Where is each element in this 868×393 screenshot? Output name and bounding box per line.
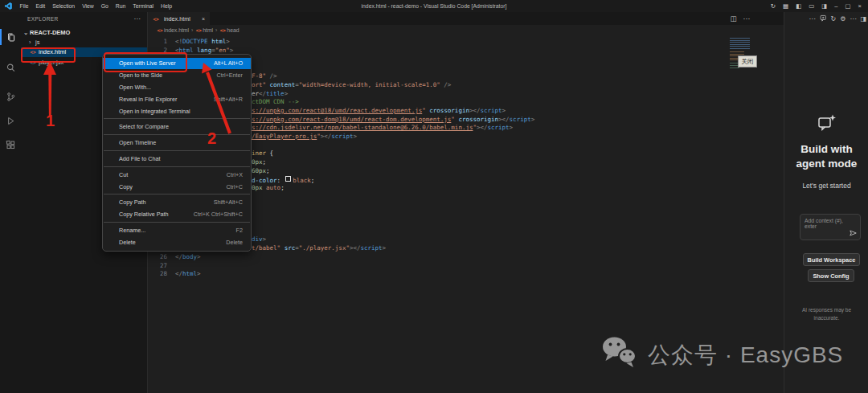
toggle-panel-icon[interactable]: ▭ <box>809 0 814 12</box>
menu-item-copy-path[interactable]: Copy PathShift+Alt+C <box>103 196 251 208</box>
copilot-chat-icon <box>817 121 837 135</box>
window-title: index.html - react-demo - Visual Studio … <box>241 3 627 9</box>
code-line-18: 0px auto; <box>252 184 285 193</box>
sidebar-item-react-demo[interactable]: ⌄ REACT-DEMO <box>21 27 147 37</box>
menubar-item-view[interactable]: View <box>79 3 98 9</box>
chat-input[interactable]: Add context (#), exter <box>800 214 861 240</box>
split-editor-icon[interactable]: ◫ <box>730 14 736 23</box>
menu-item-select-for-compare[interactable]: Select for Compare <box>103 121 251 133</box>
code-line-10: s://unpkg.com/react-dom@18/umd/react-dom… <box>252 116 534 125</box>
menu-item-open-in-integrated-terminal[interactable]: Open in Integrated Terminal <box>103 105 251 117</box>
line-number: 27 <box>149 262 167 271</box>
menubar-item-go[interactable]: Go <box>97 3 112 9</box>
code-line-16: 60px; <box>252 167 270 176</box>
gear-icon[interactable]: ⚙ <box>840 15 845 23</box>
vscode-logo-icon <box>5 2 12 10</box>
chat-subtitle: Let's get started <box>784 182 868 190</box>
title-bar: FileEditSelectionViewGoRunTerminalHelp i… <box>0 0 868 12</box>
code-line-15: 0px; <box>252 158 266 167</box>
editor-more-icon[interactable]: ⋯ <box>743 14 751 23</box>
watermark: 公众号 · EasyGBS <box>601 336 843 374</box>
chat-more-icon[interactable]: ⋯ <box>809 15 816 23</box>
chat-panel-icon[interactable]: ◨ <box>860 15 866 23</box>
chat-overflow-icon[interactable]: ⋯ <box>850 15 856 23</box>
restore-button[interactable]: ▢ <box>845 0 851 12</box>
menu-item-add-file-to-chat[interactable]: Add File to Chat <box>103 153 251 165</box>
code-line-5: F-8" /> <box>252 72 277 81</box>
new-chat-icon[interactable] <box>820 14 827 23</box>
code-line-11: s://cdn.jsdelivr.net/npm/babel-standalon… <box>252 124 513 133</box>
menu-item-cut[interactable]: CutCtrl+X <box>103 169 251 181</box>
tab-bar: <> index.html × ◫ ⋯ <box>147 12 784 26</box>
send-icon[interactable] <box>850 230 857 237</box>
code-line-28: </html> <box>175 270 201 279</box>
menu-item-open-to-the-side[interactable]: Open to the SideCtrl+Enter <box>103 69 251 81</box>
menu-item-delete[interactable]: DeleteDelete <box>103 236 251 248</box>
toggle-sidebar-icon[interactable]: ◧ <box>796 0 801 12</box>
chat-history-icon[interactable]: ↻ <box>831 15 837 23</box>
code-line-9: s://unpkg.com/react@18/umd/react.develop… <box>252 107 506 116</box>
breadcrumb[interactable]: <>index.html›<>html›<>head <box>147 25 793 35</box>
line-number: 28 <box>149 270 167 279</box>
code-line-7: er</title> <box>252 90 288 99</box>
close-button[interactable]: × <box>858 0 862 12</box>
code-line-25: t/babel" src="./player.jsx"></script> <box>252 244 386 253</box>
explorer-icon[interactable] <box>0 27 21 47</box>
toggle-secondary-sidebar-icon[interactable]: ◨ <box>821 0 827 12</box>
menu-item-rename-[interactable]: Rename...F2 <box>103 224 251 236</box>
tab-close-icon[interactable]: × <box>202 16 205 22</box>
search-icon[interactable] <box>0 57 21 78</box>
wechat-icon <box>601 336 638 374</box>
tab-index-html[interactable]: <> index.html × <box>147 12 210 25</box>
minimap-overlay-badge[interactable]: 关闭 <box>738 55 757 68</box>
chat-input-placeholder: Add context (#), exter <box>805 218 843 229</box>
html-file-icon: <> <box>152 16 160 22</box>
activity-bar <box>0 12 22 393</box>
code-line-8: ctDOM CDN --> <box>252 98 299 107</box>
code-line-17: d-color: black; <box>252 176 314 185</box>
code-line-1: <!DOCTYPE html> <box>175 38 230 47</box>
source-control-icon[interactable] <box>0 86 21 107</box>
sidebar-item-js[interactable]: ›js <box>21 37 147 47</box>
menubar-item-edit[interactable]: Edit <box>32 3 49 9</box>
menu-item-copy-relative-path[interactable]: Copy Relative PathCtrl+K Ctrl+Shift+C <box>103 208 251 220</box>
minimize-button[interactable]: – <box>834 0 837 12</box>
chevron-down-icon: ⌄ <box>23 29 30 36</box>
run-debug-icon[interactable] <box>0 110 21 131</box>
build-workspace-button[interactable]: Build Workspace <box>803 253 860 266</box>
show-config-button[interactable]: Show Config <box>808 269 854 282</box>
menu-item-copy[interactable]: CopyCtrl+C <box>103 181 251 193</box>
menubar-item-run[interactable]: Run <box>112 3 129 9</box>
context-menu: Open with Live ServerAlt+L Alt+OOpen to … <box>102 54 252 252</box>
menubar-item-help[interactable]: Help <box>157 3 175 9</box>
menu-item-open-with-live-server[interactable]: Open with Live ServerAlt+L Alt+O <box>103 58 251 70</box>
code-line-12: /EasyPlayer-pro.js"></script> <box>252 133 357 141</box>
menubar-item-terminal[interactable]: Terminal <box>129 3 158 9</box>
menubar-item-selection[interactable]: Selection <box>49 3 79 9</box>
vscode-window: FileEditSelectionViewGoRunTerminalHelp i… <box>0 0 868 393</box>
explorer-header: EXPLORER <box>27 16 59 22</box>
ai-disclaimer: AI responses may be inaccurate. <box>791 306 862 322</box>
menu-item-reveal-in-file-explorer[interactable]: Reveal in File ExplorerShift+Alt+R <box>103 93 251 105</box>
watermark-text: 公众号 · EasyGBS <box>648 340 843 370</box>
extensions-icon[interactable] <box>0 134 21 155</box>
menubar-item-file[interactable]: File <box>16 3 32 9</box>
menubar-items: FileEditSelectionViewGoRunTerminalHelp <box>16 3 175 9</box>
menu-item-open-timeline[interactable]: Open Timeline <box>103 137 251 149</box>
code-line-26: </body> <box>175 253 201 262</box>
code-line-6: ort" content="width=device-width, initia… <box>252 81 451 90</box>
layout-sync-icon[interactable]: ↻ <box>771 0 776 12</box>
code-line-24: div> <box>252 235 266 244</box>
code-line-14: iner { <box>252 149 273 158</box>
menu-item-open-with-[interactable]: Open With... <box>103 81 251 93</box>
customize-layout-icon[interactable]: ▦ <box>783 0 788 12</box>
explorer-more-icon[interactable]: ⋯ <box>134 15 141 23</box>
chat-headline: Build with agent mode <box>790 142 864 171</box>
line-number: 1 <box>149 38 167 47</box>
line-number: 26 <box>149 253 167 262</box>
